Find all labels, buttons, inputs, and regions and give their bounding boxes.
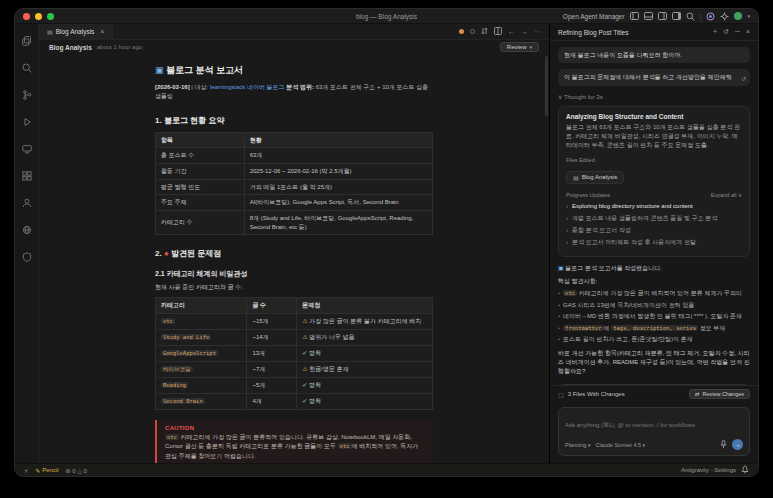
remote-window-icon[interactable] <box>22 140 32 158</box>
finding-item: •포스트 길이 편차가 크고, 톤(존댓말/반말)이 혼재 <box>558 335 750 344</box>
composer: Planning ▾ Claude Sonnet 4.5 ▾ → <box>558 407 750 456</box>
settings-status-label[interactable]: Antigravity - Settings <box>681 467 736 473</box>
layout-panel-bottom-icon[interactable] <box>644 12 653 20</box>
table-header: 카테고리 <box>156 298 247 314</box>
checkbox-icon[interactable]: ▢ <box>558 391 564 398</box>
progress-item[interactable]: ›Exploring blog directory structure and … <box>566 202 742 210</box>
doc-modified-time: about 1 hour ago <box>97 44 142 50</box>
review-button[interactable]: Review ▾ <box>500 42 539 52</box>
progress-marker-icon: › <box>566 226 568 234</box>
summary-table: 항목 현황 총 포스트 수63개 활동 기간2025-12-06 ~ 2026-… <box>155 132 433 236</box>
caution-callout: CAUTION etc 카테고리에 가장 많은 글이 분류되어 있습니다. 유튜… <box>155 420 433 463</box>
run-debug-icon[interactable] <box>22 113 32 131</box>
progress-item[interactable]: ›분석 보고서 아티팩트 작성 후 사용자에게 전달 <box>566 238 742 246</box>
paragraph: 현재 사용 중인 카테고리와 글 수: <box>155 283 433 292</box>
model-selector[interactable]: Claude Sonnet 4.5 ▾ <box>595 442 645 448</box>
retry-icon[interactable]: ↺ <box>741 75 746 83</box>
search-icon[interactable] <box>22 59 32 77</box>
table-header: 글 수 <box>247 298 297 314</box>
history-icon[interactable]: ↺ <box>723 28 729 36</box>
thought-toggle[interactable]: ∨ Thought for 3s <box>558 93 750 100</box>
agent-manager-label[interactable]: Open Agent Manager <box>563 13 625 20</box>
explorer-icon[interactable] <box>22 32 32 50</box>
tab-blog-analysis[interactable]: ▤ Blog Analysis × <box>39 24 113 39</box>
titlebar: blog — Blog Analysis Open Agent Manager … <box>15 9 758 24</box>
category-table: 카테고리 글 수 문제점 etc~15개⚠ 가장 많은 글이 분류 불가 카테고… <box>155 297 433 410</box>
chevron-down-icon: ▾ <box>588 442 591 448</box>
remote-connection-icon[interactable]: ⚡ <box>24 467 28 474</box>
settings-globe-icon[interactable] <box>22 221 32 239</box>
table-row: Reading~5개✔ 명확 <box>156 377 433 393</box>
finding-item: •네이버→MD 변환 과정에서 발생한 빈 불릿 태그( **** ), 오탈자… <box>558 312 750 321</box>
extensions-icon[interactable] <box>22 167 32 185</box>
minimize-window-button[interactable] <box>35 13 42 20</box>
warnings-icon: △ <box>77 468 82 474</box>
agent-work-card: Analyzing Blog Structure and Content 블로그… <box>558 106 750 257</box>
forward-icon[interactable]: → <box>521 28 528 35</box>
microphone-icon[interactable] <box>720 440 727 450</box>
file-chip-blog-analysis[interactable]: ▤Blog Analysis <box>566 171 624 184</box>
more-actions-icon[interactable]: ⋯ <box>534 28 541 36</box>
red-circle-emoji-icon: ● <box>164 249 169 258</box>
clipboard-emoji-icon: ▣ <box>155 65 164 75</box>
finding-item: •etc 카테고리에 가장 많은 글이 배치되어 있어 분류 체계가 무의미 <box>558 289 750 298</box>
layout-panel-right-filled-icon[interactable] <box>672 12 681 20</box>
back-icon[interactable]: ← <box>508 28 515 35</box>
pencil-status-item[interactable]: ✎ Pencil <box>35 467 58 474</box>
new-conversation-icon[interactable]: + <box>713 28 717 36</box>
editor-scrollbar[interactable] <box>545 56 548 116</box>
document-area[interactable]: ▣ 블로그 분석 보고서 [2026-02-16] | 대상: learning… <box>39 54 549 463</box>
user-message: 이 블로그의 문제점에 대해서 분석을 하고 개선방안을 제안해줘 ↺ <box>558 69 750 85</box>
chat-input[interactable] <box>565 422 743 428</box>
subsection-heading-21: 2.1 카테고리 체계의 비일관성 <box>155 269 433 279</box>
settings-gear-icon[interactable] <box>720 12 729 21</box>
diff-icon: ⇄ <box>695 391 700 397</box>
caution-body: etc 카테고리에 가장 많은 글이 분류되어 있습니다. 유튜브 감상, No… <box>165 433 425 461</box>
source-control-icon[interactable] <box>22 86 32 104</box>
caution-label: CAUTION <box>165 425 425 431</box>
zoom-window-button[interactable] <box>47 13 54 20</box>
send-button[interactable]: → <box>732 439 743 450</box>
doc-title: ▣ 블로그 분석 보고서 <box>155 64 433 77</box>
problems-status-item[interactable]: ⊘ 0 △ 0 <box>66 467 87 474</box>
agent-panel-header: Refining Blog Post Titles + ↺ ─ × <box>550 24 758 41</box>
antigravity-logo-icon[interactable] <box>706 12 715 21</box>
mode-selector[interactable]: Planning ▾ <box>565 442 590 448</box>
account-icon[interactable] <box>22 194 32 212</box>
expand-all-button[interactable]: Expand all ∨ <box>711 192 742 198</box>
layout-panel-right-icon[interactable] <box>658 12 667 20</box>
findings-label: 핵심 발견사항: <box>558 277 750 286</box>
check-icon: ✔ <box>302 350 307 356</box>
check-icon: ✔ <box>302 382 307 388</box>
close-panel-icon[interactable]: × <box>746 28 750 36</box>
section-heading-1: 1. 블로그 현황 요약 <box>155 115 433 126</box>
agent-panel: Refining Blog Post Titles + ↺ ─ × 현재 블로그… <box>550 24 758 463</box>
progress-item[interactable]: ›종합 분석 보고서 작성 <box>566 226 742 234</box>
user-avatar[interactable] <box>734 12 742 20</box>
split-editor-icon[interactable] <box>494 27 502 36</box>
tab-title: Blog Analysis <box>56 28 95 35</box>
work-card-title: Analyzing Blog Structure and Content <box>566 113 742 120</box>
swap-editor-icon[interactable] <box>481 27 488 36</box>
search-icon[interactable] <box>686 12 695 21</box>
minimize-panel-icon[interactable]: ─ <box>735 28 740 36</box>
tab-close-icon[interactable]: × <box>100 28 104 35</box>
titlebar-separator: | <box>700 13 702 20</box>
files-edited-label: Files Edited <box>566 157 742 163</box>
layout-panel-left-icon[interactable] <box>630 12 639 20</box>
avatar-chevron-down-icon[interactable]: ▾ <box>747 13 750 19</box>
activity-bar <box>15 24 39 463</box>
check-icon: ✔ <box>302 398 307 404</box>
conversation-scroll[interactable]: 현재 블로그 내용이 요즘을 다뤄보려 함이야. 이 블로그의 문제점에 대해서… <box>550 41 758 385</box>
changes-count-label: 3 Files With Changes <box>568 391 625 397</box>
table-row: Study and Life~14개⚠ 범위가 너무 넓음 <box>156 330 433 346</box>
user-message: 현재 블로그 내용이 요즘을 다뤄보려 함이야. <box>558 47 750 63</box>
pencil-icon: ✎ <box>35 467 40 474</box>
progress-item[interactable]: ›개별 포스트 내용 샘플링하여 콘텐츠 품질 및 구조 분석 <box>566 214 742 222</box>
shield-icon[interactable] <box>22 248 32 266</box>
agent-question: 바로 개선 가능한 항목(카테고리 재분류, 빈 태그 제거, 오탈자 수정, … <box>558 349 750 376</box>
bell-icon[interactable] <box>741 465 749 475</box>
blog-link[interactable]: learningstack 네이버 블로그 <box>210 84 285 90</box>
review-changes-button[interactable]: ⇄ Review Changes <box>689 389 750 399</box>
close-window-button[interactable] <box>23 13 30 20</box>
